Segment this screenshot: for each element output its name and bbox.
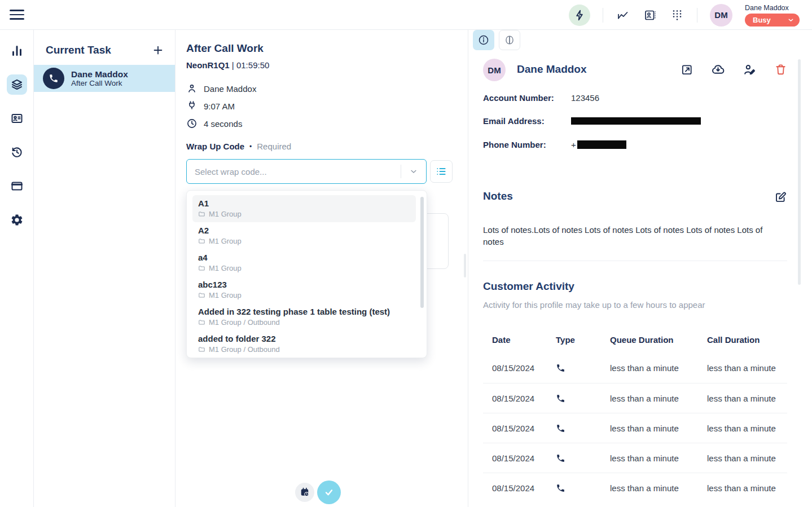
- line-chart-icon[interactable]: [616, 8, 630, 23]
- activity-table-row[interactable]: 08/15/2024 less than a minute less than …: [483, 413, 787, 443]
- phone-icon: [43, 68, 64, 89]
- layers-icon: [10, 78, 24, 91]
- tab-insights[interactable]: [499, 30, 520, 50]
- wrap-code-option[interactable]: a4 M1 Group: [192, 249, 416, 276]
- profile-tabs: [473, 30, 520, 50]
- folder-icon: [198, 264, 205, 272]
- clock-icon: [186, 118, 197, 129]
- wrap-code-option[interactable]: A1 M1 Group: [192, 195, 416, 222]
- queue-name: NeonR1Q1: [186, 60, 230, 70]
- profile-name: Dane Maddox: [517, 63, 587, 76]
- task-list-item[interactable]: Dane Maddox After Call Work: [34, 65, 175, 92]
- person-icon: [186, 83, 197, 94]
- notes-text: Lots of notes.Lots of notes Lots of note…: [483, 224, 781, 248]
- task-status: After Call Work: [71, 79, 128, 87]
- current-task-header: Current Task: [34, 30, 175, 65]
- list-icon: [436, 166, 447, 177]
- check-icon: [323, 486, 335, 499]
- right-panel-scrollbar[interactable]: [798, 59, 801, 285]
- wrap-code-option[interactable]: abc123 M1 Group: [192, 276, 416, 303]
- wrap-code-option[interactable]: Added in 322 testing phase 1 table testi…: [192, 303, 416, 330]
- start-time-row: 9:07 AM: [186, 100, 235, 112]
- left-rail: [0, 30, 34, 507]
- account-number-value: 123456: [571, 93, 599, 103]
- folder-icon: [198, 210, 205, 218]
- stats-bars-icon: [10, 44, 24, 58]
- redacted-email-value: [571, 117, 701, 125]
- account-number-label: Account Number:: [483, 93, 571, 103]
- sidebar-item-settings[interactable]: [7, 210, 27, 230]
- edit-notes-icon[interactable]: [774, 191, 787, 204]
- dropdown-scrollbar[interactable]: [420, 197, 424, 308]
- top-bar-divider: [603, 8, 603, 23]
- wrap-code-search-input[interactable]: [187, 167, 401, 177]
- work-subtitle: NeonR1Q1 | 01:59:50: [186, 60, 269, 70]
- phone-prefix: +: [571, 140, 576, 149]
- dialpad-icon[interactable]: [670, 8, 684, 23]
- user-block: Dane Maddox Busy: [745, 4, 800, 27]
- required-label: Required: [257, 142, 291, 151]
- activity-table-header: Date Type Queue Duration Call Duration: [483, 326, 787, 353]
- customer-activity-title: Customer Activity: [483, 280, 574, 293]
- flash-icon: [573, 9, 586, 21]
- wrap-up-label-row: Wrap Up Code • Required: [186, 142, 291, 151]
- chevron-down-icon[interactable]: [401, 167, 426, 176]
- task-timer: 01:59:50: [236, 60, 269, 70]
- open-in-new-icon[interactable]: [681, 63, 694, 76]
- insights-brain-icon: [503, 34, 516, 46]
- current-task-panel: Current Task Dane Maddox After Call Work: [34, 30, 175, 507]
- sidebar-item-browser[interactable]: [7, 176, 27, 196]
- customer-profile-panel: DM Dane Maddox Account Number: 123456 Em…: [468, 30, 812, 507]
- edit-contact-icon[interactable]: [743, 63, 757, 77]
- phone-label: Phone Number:: [483, 140, 571, 149]
- sidebar-item-history[interactable]: [7, 142, 27, 162]
- wrap-code-select[interactable]: [186, 159, 427, 184]
- start-time: 9:07 AM: [204, 102, 235, 111]
- folder-icon: [198, 346, 205, 353]
- chevron-down-icon: [787, 16, 795, 24]
- activity-table-row[interactable]: 08/15/2024 less than a minute less than …: [483, 383, 787, 413]
- activity-table-row[interactable]: 08/15/2024 less than a minute less than …: [483, 353, 787, 383]
- browse-wrap-codes-button[interactable]: [430, 160, 453, 183]
- sidebar-item-stats[interactable]: [7, 41, 27, 61]
- quick-actions-button[interactable]: [569, 5, 590, 26]
- customer-activity-subtitle: Activity for this profile may take up to…: [483, 300, 705, 310]
- wrap-code-option[interactable]: added to folder 322 M1 Group / Outbound: [192, 330, 416, 358]
- activity-table-row[interactable]: 08/15/2024 less than a minute less than …: [483, 443, 787, 473]
- current-task-title: Current Task: [46, 44, 111, 56]
- task-contact-name: Dane Maddox: [71, 69, 128, 80]
- work-title: After Call Work: [186, 42, 264, 55]
- phone-icon: [556, 453, 610, 463]
- add-task-button[interactable]: [151, 43, 165, 57]
- user-name: Dane Maddox: [745, 4, 800, 12]
- status-dropdown[interactable]: Busy: [745, 14, 800, 27]
- sidebar-item-contacts[interactable]: [7, 108, 27, 129]
- schedule-followup-button[interactable]: [295, 483, 314, 502]
- wrap-up-label: Wrap Up Code: [186, 142, 244, 151]
- account-number-field: Account Number: 123456: [483, 93, 599, 103]
- calendar-clock-icon: [299, 487, 310, 498]
- user-avatar[interactable]: DM: [710, 4, 732, 27]
- browser-window-icon: [10, 179, 24, 193]
- info-icon: [477, 34, 490, 46]
- delete-trash-icon[interactable]: [774, 63, 787, 76]
- contact-card-icon[interactable]: [643, 8, 657, 23]
- phone-icon: [556, 483, 610, 493]
- folder-icon: [198, 237, 205, 245]
- cloud-download-icon[interactable]: [711, 63, 725, 77]
- top-bar: DM Dane Maddox Busy: [0, 0, 812, 30]
- task-item-text: Dane Maddox After Call Work: [71, 69, 128, 88]
- activity-table-row[interactable]: 08/15/2024 less than a minute less than …: [483, 473, 787, 502]
- status-label: Busy: [753, 16, 771, 24]
- hamburger-menu-icon[interactable]: [10, 8, 24, 21]
- required-bullet: •: [249, 143, 252, 151]
- work-panel-scrollbar[interactable]: [464, 254, 466, 277]
- section-divider: [483, 261, 787, 261]
- complete-task-button[interactable]: [317, 480, 341, 504]
- profile-actions: [681, 63, 787, 77]
- wrap-code-dropdown: A1 M1 Group A2 M1 Group a4 M1 Group: [186, 190, 427, 358]
- contact-meta-row: Dane Maddox: [186, 82, 256, 95]
- tab-info[interactable]: [473, 30, 494, 50]
- sidebar-item-tasks[interactable]: [7, 74, 27, 95]
- wrap-code-option[interactable]: A2 M1 Group: [192, 222, 416, 249]
